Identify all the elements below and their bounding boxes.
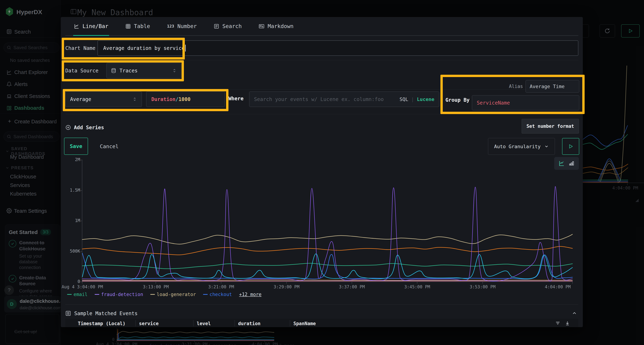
where-label: Where xyxy=(228,96,244,101)
column-header-service[interactable]: service xyxy=(139,321,159,326)
data-source-label: Data Source xyxy=(65,68,106,74)
divider xyxy=(65,60,578,60)
line-chart-icon xyxy=(74,23,79,29)
column-header-spanname[interactable]: SpanName xyxy=(294,321,316,326)
granularity-dropdown[interactable]: Auto Granularity xyxy=(488,138,555,155)
download-icon[interactable] xyxy=(565,321,570,326)
y-axis-label: 1.5M xyxy=(62,188,80,193)
legend-item[interactable]: email xyxy=(67,292,88,297)
add-series-button[interactable]: Add Series xyxy=(65,121,104,134)
collapse-section-button[interactable] xyxy=(572,311,577,316)
bar-chart-icon[interactable] xyxy=(568,160,574,166)
tab-search[interactable]: Search xyxy=(214,17,242,35)
chart-plot-area[interactable] xyxy=(82,160,573,282)
chart-name-input[interactable]: Average duration by service xyxy=(98,40,578,56)
legend-label: load-generator xyxy=(157,292,196,297)
field-expression-tokens: Duration/1000 xyxy=(151,96,190,102)
number-123-icon: 123 xyxy=(167,24,174,28)
legend-more-link[interactable]: +12 more xyxy=(239,292,261,297)
sql-mode-toggle[interactable]: SQL xyxy=(400,96,408,102)
column-separator xyxy=(136,320,136,326)
group-by-value: ServiceName xyxy=(477,100,510,106)
series-load-generator xyxy=(82,234,572,244)
sample-events-title: Sample Matched Events xyxy=(74,311,138,317)
field-expression-input[interactable]: Duration/1000 xyxy=(146,91,225,107)
x-axis-label: Aug 4 3:04:00 PM xyxy=(61,284,106,289)
data-source-row: Data Source Traces xyxy=(65,61,578,80)
sample-events-header: Sample Matched Events xyxy=(65,308,138,318)
column-header-level[interactable]: level xyxy=(197,321,211,326)
chart-name-row: Chart Name Average duration by service xyxy=(65,37,578,59)
aggregation-select[interactable]: Average xyxy=(65,91,142,107)
x-axis-tick xyxy=(482,282,483,284)
y-axis-tick xyxy=(80,190,82,191)
column-separator xyxy=(234,320,235,326)
add-series-label: Add Series xyxy=(74,125,104,130)
legend-item[interactable]: load-generator xyxy=(150,292,196,297)
edit-chart-modal: Line/Bar Table 123 Number Search Markdow… xyxy=(61,17,583,327)
y-axis-tick xyxy=(80,282,82,282)
chart-name-label: Chart Name xyxy=(65,45,98,51)
tab-label: Table xyxy=(134,23,150,29)
y-axis-label: 500K xyxy=(62,249,80,254)
chart-display-toggle xyxy=(554,157,579,170)
chevron-down-icon xyxy=(544,144,549,149)
table-icon xyxy=(126,23,131,29)
legend-item[interactable]: checkout xyxy=(203,292,232,297)
data-source-select[interactable]: Traces xyxy=(106,63,181,78)
x-axis-label: 3:45:00 PM xyxy=(394,284,440,289)
column-separator xyxy=(290,320,290,326)
legend-swatch xyxy=(95,294,99,295)
database-icon xyxy=(111,68,116,73)
chart-name-value: Average duration by service xyxy=(103,45,184,51)
tab-markdown[interactable]: Markdown xyxy=(259,17,294,35)
column-header-timestamp-local-[interactable]: Timestamp (Local) xyxy=(78,321,126,326)
column-separator xyxy=(193,320,194,326)
data-source-value: Traces xyxy=(120,68,138,74)
x-axis-label: 3:37:00 PM xyxy=(328,284,375,289)
run-chart-button[interactable] xyxy=(562,138,579,155)
x-axis-label: 3:53:00 PM xyxy=(460,284,506,289)
cancel-button[interactable]: Cancel xyxy=(100,143,118,149)
x-axis-tick xyxy=(82,282,82,284)
tab-label: Search xyxy=(222,23,242,29)
line-chart-icon[interactable] xyxy=(558,160,564,166)
tab-label: Number xyxy=(178,23,197,29)
chevron-up-icon xyxy=(572,311,577,316)
x-axis-label: 3:13:00 PM xyxy=(132,284,179,289)
tab-label: Markdown xyxy=(268,23,294,29)
legend-label: email xyxy=(74,292,88,297)
filter-icon[interactable] xyxy=(555,321,560,326)
play-icon xyxy=(568,144,573,149)
where-search-input[interactable]: Search your events w/ Lucene ex. column:… xyxy=(249,91,439,107)
column-header-duration[interactable]: duration xyxy=(238,321,260,326)
granularity-value: Auto Granularity xyxy=(494,144,540,149)
y-axis-label: 1M xyxy=(62,218,80,223)
tab-number[interactable]: 123 Number xyxy=(167,17,197,35)
alias-value: Average Time xyxy=(530,84,564,89)
alias-input[interactable]: Average Time xyxy=(526,80,579,93)
tab-line-bar[interactable]: Line/Bar xyxy=(74,17,108,35)
legend-swatch xyxy=(203,294,208,295)
lucene-mode-toggle[interactable]: Lucene xyxy=(417,96,434,102)
group-by-input[interactable]: ServiceName xyxy=(472,95,579,110)
group-by-label: Group By xyxy=(446,97,470,103)
markdown-icon xyxy=(259,23,264,29)
y-axis-tick xyxy=(80,251,82,252)
tab-table[interactable]: Table xyxy=(126,17,150,35)
x-axis-label: 4:04:00 PM xyxy=(530,284,571,289)
series-other-flat-1 xyxy=(82,280,572,280)
x-axis-tick xyxy=(156,282,156,284)
mode-divider: | xyxy=(411,96,414,102)
x-axis-tick xyxy=(572,282,572,284)
save-button[interactable]: Save xyxy=(64,138,88,155)
y-axis-label: 2M xyxy=(62,157,80,162)
y-axis-tick xyxy=(80,221,82,221)
legend-label: fraud-detection xyxy=(101,292,143,297)
set-number-format-button[interactable]: Set number format xyxy=(522,119,579,134)
field-token: 1000 xyxy=(178,96,190,102)
legend-item[interactable]: fraud-detection xyxy=(95,292,143,297)
chart-type-tabs: Line/Bar Table 123 Number Search Markdow… xyxy=(65,17,578,36)
app-root: HyperDX Search No saved searches Chart E… xyxy=(0,0,644,345)
alias-label: Alias xyxy=(509,84,523,89)
